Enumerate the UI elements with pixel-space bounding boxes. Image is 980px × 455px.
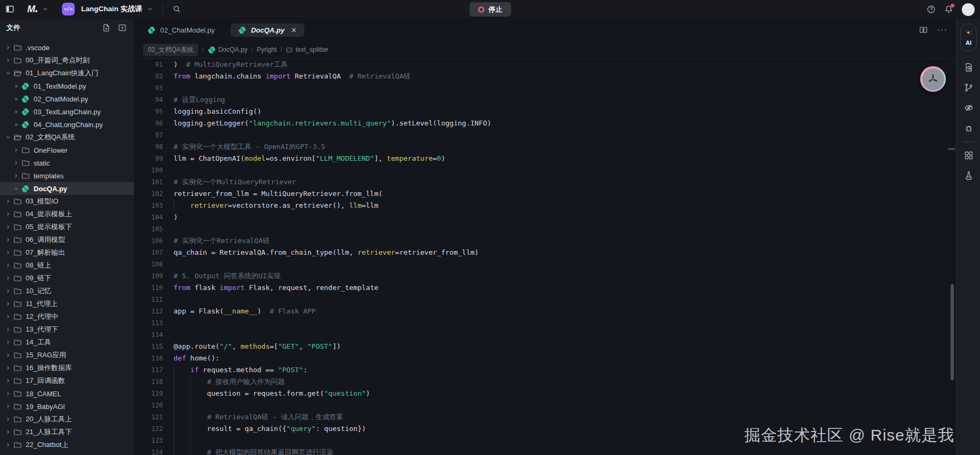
tab-close-icon[interactable]: ✕	[291, 27, 297, 34]
chevron-right-icon[interactable]	[4, 365, 12, 371]
grid-button[interactable]	[957, 145, 980, 166]
chevron-right-icon[interactable]	[4, 288, 12, 294]
chevron-right-icon[interactable]	[4, 224, 12, 230]
tree-folder-row[interactable]: 18_CAMEL	[0, 387, 135, 400]
chevron-right-icon[interactable]	[4, 327, 12, 332]
tree-file-row[interactable]: 03_TextLangChain.py	[0, 105, 135, 118]
chevron-right-icon[interactable]	[4, 237, 12, 242]
editor-tab[interactable]: 02_ChatModel.py	[140, 23, 222, 37]
code-text: logging.getLogger("langchain.retrievers.…	[174, 117, 491, 129]
stop-button[interactable]: 停止	[469, 2, 511, 17]
floating-assistant-button[interactable]	[920, 66, 946, 92]
tree-file-row[interactable]: 02_ChatModel.py	[0, 92, 135, 105]
tree-folder-row[interactable]: 12_代理中	[0, 310, 135, 323]
tree-folder-row[interactable]: 04_提示模板上	[0, 208, 135, 221]
chevron-right-icon[interactable]	[12, 147, 20, 153]
tree-folder-row[interactable]: 05_提示模板下	[0, 221, 135, 233]
chevron-down-icon[interactable]	[4, 70, 12, 76]
chevron-down-icon[interactable]	[4, 135, 12, 140]
tree-folder-row[interactable]: 09_链下	[0, 272, 135, 285]
tree-folder-row[interactable]: 03_模型IO	[0, 195, 135, 208]
project-name[interactable]: LangChain 实战课	[81, 4, 142, 14]
chevron-right-icon[interactable]	[4, 404, 12, 409]
code-token: )	[366, 389, 370, 397]
search-icon[interactable]	[173, 5, 181, 13]
tree-folder-row[interactable]: 08_链上	[0, 259, 135, 272]
tree-folder-row[interactable]: 11_代理上	[0, 297, 135, 310]
chevron-right-icon[interactable]	[4, 199, 12, 204]
tree-folder-row[interactable]: 13_代理下	[0, 323, 135, 336]
editor-scrollbar[interactable]	[951, 284, 954, 380]
code-line: 103 retriever=vectorstore.as_retriever()…	[135, 200, 956, 211]
chevron-right-icon[interactable]	[4, 314, 12, 319]
tree-file-row[interactable]: 04_ChatLongChain.py	[0, 118, 135, 131]
chevron-right-icon[interactable]	[4, 429, 12, 435]
tree-folder-row[interactable]: 01_LangChain快速入门	[0, 67, 135, 80]
tree-folder-row[interactable]: 15_RAG应用	[0, 349, 135, 362]
chevron-right-icon[interactable]	[4, 301, 12, 307]
tree-folder-row[interactable]: 14_工具	[0, 336, 135, 349]
eye-off-button[interactable]	[957, 98, 980, 118]
flask-button[interactable]	[957, 166, 980, 186]
tree-file-row[interactable]: DocQA.py	[0, 182, 135, 195]
tree-folder-row[interactable]: 22_Chatbot上	[0, 438, 135, 451]
chevron-right-icon[interactable]	[4, 45, 12, 50]
tree-file-row[interactable]: 01_TextModel.py	[0, 80, 135, 92]
folder-icon	[13, 274, 22, 283]
chevron-right-icon[interactable]	[4, 211, 12, 217]
new-folder-icon[interactable]	[118, 23, 127, 32]
tree-folder-row[interactable]: 10_记忆	[0, 285, 135, 297]
python-icon	[208, 46, 216, 54]
chevron-right-icon[interactable]	[4, 352, 12, 358]
tree-folder-row[interactable]: 20_人脉工具上	[0, 413, 135, 426]
git-branch-button[interactable]	[957, 77, 980, 98]
marscode-logo[interactable]: M	[27, 4, 37, 15]
breadcrumb-segment[interactable]: 02_文档QA系统	[143, 44, 198, 56]
tree-folder-row[interactable]: 00_开篇词_奇点时刻	[0, 54, 135, 67]
chevron-right-icon[interactable]	[12, 160, 20, 166]
chevron-right-icon[interactable]	[4, 276, 12, 281]
code-token: # 设置Logging	[174, 96, 225, 104]
code-area[interactable]: 91) # MultiQueryRetriever工具92from langch…	[135, 59, 956, 455]
project-chevron-down-icon[interactable]	[147, 6, 153, 12]
tree-folder-row[interactable]: 19_BabyAGI	[0, 400, 135, 413]
tree-folder-row[interactable]: 06_调用模型	[0, 233, 135, 246]
breadcrumb-separator: /	[251, 46, 253, 53]
tree-folder-row[interactable]	[0, 451, 135, 455]
editor-tab-active[interactable]: DocQA.py✕	[231, 23, 304, 37]
breadcrumb-segment[interactable]: Pyright	[257, 46, 277, 53]
tree-folder-row[interactable]: 21_人脉工具下	[0, 426, 135, 438]
panel-toggle-icon[interactable]	[5, 5, 14, 13]
chevron-right-icon[interactable]	[12, 173, 20, 178]
tree-folder-row[interactable]: OneFlower	[0, 144, 135, 156]
chevron-right-icon[interactable]	[4, 417, 12, 422]
chevron-right-icon[interactable]	[4, 263, 12, 268]
tree-folder-row[interactable]: 02_文档QA系统	[0, 131, 135, 144]
chevron-right-icon[interactable]	[4, 58, 12, 63]
chevron-right-icon[interactable]	[4, 250, 12, 255]
tree-folder-row[interactable]: templates	[0, 169, 135, 182]
split-editor-icon[interactable]	[919, 26, 928, 34]
help-icon[interactable]	[927, 5, 936, 14]
chevron-right-icon[interactable]	[4, 378, 12, 383]
editor-pane[interactable]: 02_ChatModel.pyDocQA.py✕ ··· 02_文档QA系统/D…	[135, 19, 956, 455]
breadcrumb-segment[interactable]: text_splitter	[286, 46, 328, 53]
code-token: # 实例化一个RetrievalQA链	[174, 237, 270, 245]
logo-chevron-down-icon[interactable]	[43, 6, 48, 12]
ai-assistant-button[interactable]: AI	[960, 23, 977, 52]
file-search-button[interactable]	[957, 57, 980, 77]
breadcrumb-segment[interactable]: DocQA.py	[208, 46, 248, 54]
chevron-right-icon[interactable]	[4, 391, 12, 396]
bug-button[interactable]	[957, 118, 980, 138]
code-token: ,	[232, 342, 241, 350]
tree-folder-row[interactable]: 16_操作数据库	[0, 362, 135, 374]
tree-folder-row[interactable]: 17_回调函数	[0, 374, 135, 387]
chevron-right-icon[interactable]	[4, 340, 12, 345]
tree-folder-row[interactable]: .vscode	[0, 41, 135, 54]
tree-folder-row[interactable]: 07_解析输出	[0, 246, 135, 259]
notifications-bell-icon[interactable]	[944, 5, 953, 14]
user-avatar[interactable]	[962, 3, 975, 16]
tree-folder-row[interactable]: static	[0, 156, 135, 169]
new-file-icon[interactable]	[102, 23, 111, 32]
chevron-right-icon[interactable]	[4, 442, 12, 448]
